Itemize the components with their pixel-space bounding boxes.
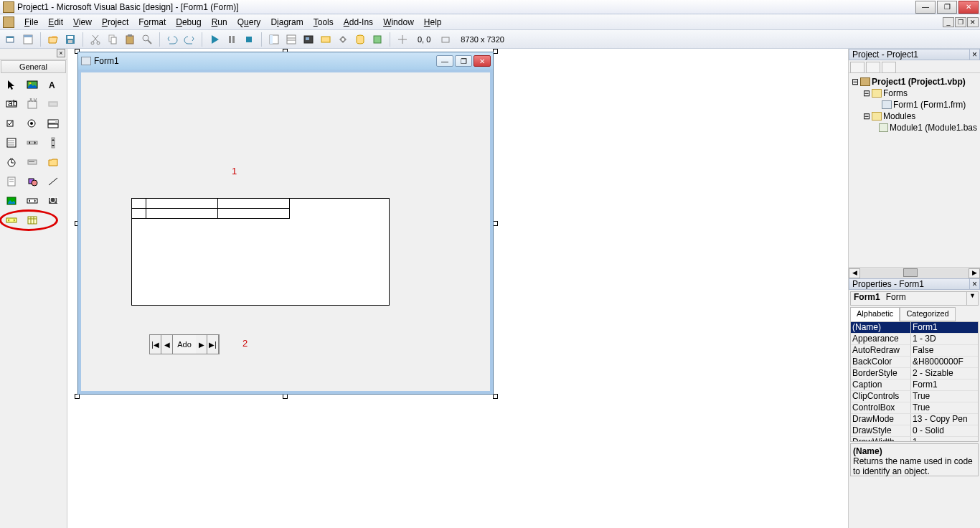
toolbox-close-icon[interactable]: ×: [57, 49, 65, 57]
ole-tool[interactable]: OLE: [43, 192, 63, 210]
start-button[interactable]: [207, 32, 222, 47]
project-explorer-button[interactable]: [266, 32, 282, 47]
form-designer[interactable]: Form1 — ❐ ✕ 1 |◀ ◀ Ado: [67, 49, 848, 528]
scroll-track[interactable]: [860, 268, 969, 278]
maximize-button[interactable]: ❐: [937, 1, 957, 14]
minimize-button[interactable]: —: [915, 1, 936, 14]
adodc-tool[interactable]: [1, 211, 22, 230]
tree-module-item[interactable]: Module1 (Module1.bas: [890, 122, 977, 133]
properties-window-button[interactable]: [283, 32, 299, 47]
project-tree[interactable]: ⊟Project1 (Project1.vbp) ⊟Forms Form1 (F…: [849, 73, 980, 267]
menu-query[interactable]: Query: [233, 16, 265, 29]
selection-handle[interactable]: [493, 49, 498, 54]
view-object-button[interactable]: [866, 62, 880, 73]
tree-form-item[interactable]: Form1 (Form1.frm): [893, 99, 966, 110]
object-dropdown-icon[interactable]: ▼: [966, 292, 978, 305]
copy-button[interactable]: [105, 32, 121, 47]
toolbox-button[interactable]: [335, 32, 351, 47]
menu-help[interactable]: Help: [420, 16, 446, 29]
form-minimize-button[interactable]: —: [436, 55, 453, 67]
tab-categorized[interactable]: Categorized: [900, 307, 955, 321]
property-value[interactable]: Form1: [911, 380, 978, 390]
property-row[interactable]: BackColor&H8000000F: [851, 357, 978, 368]
menu-addins[interactable]: Add-Ins: [339, 16, 377, 29]
break-button[interactable]: [224, 32, 240, 47]
component-button[interactable]: [369, 32, 385, 47]
form-close-button[interactable]: ✕: [473, 55, 491, 67]
property-value[interactable]: True: [911, 402, 978, 413]
form-window[interactable]: Form1 — ❐ ✕ 1 |◀ ◀ Ado: [77, 52, 494, 395]
vscrollbar-tool[interactable]: [43, 133, 63, 152]
form-maximize-button[interactable]: ❐: [455, 55, 472, 67]
commandbutton-tool[interactable]: [43, 95, 63, 113]
properties-close-icon[interactable]: ×: [969, 279, 979, 289]
dirlistbox-tool[interactable]: [43, 153, 63, 171]
combobox-tool[interactable]: [43, 114, 63, 133]
menu-file[interactable]: File: [20, 16, 42, 29]
property-value[interactable]: 2 - Sizable: [911, 368, 978, 379]
scroll-right-button[interactable]: ▶: [969, 268, 980, 278]
toggle-folders-button[interactable]: [882, 62, 896, 73]
ado-first-button[interactable]: |◀: [150, 335, 161, 354]
data-tool[interactable]: [22, 192, 42, 210]
open-button[interactable]: [45, 32, 61, 47]
pointer-tool[interactable]: [1, 75, 22, 94]
selection-handle[interactable]: [493, 394, 498, 399]
property-value[interactable]: Form1: [911, 322, 978, 333]
datagrid-control[interactable]: [131, 198, 390, 306]
property-value[interactable]: 1: [911, 437, 978, 442]
filelistbox-tool[interactable]: [1, 172, 22, 191]
property-row[interactable]: CaptionForm1: [851, 380, 978, 391]
find-button[interactable]: [139, 32, 155, 47]
modules-folder[interactable]: Modules: [883, 110, 915, 122]
property-row[interactable]: DrawMode13 - Copy Pen: [851, 414, 978, 425]
property-row[interactable]: DrawStyle0 - Solid: [851, 425, 978, 437]
close-button[interactable]: ✕: [958, 1, 979, 14]
mdi-close[interactable]: ✕: [967, 17, 979, 27]
property-value[interactable]: 1 - 3D: [911, 334, 978, 344]
property-value[interactable]: True: [911, 391, 978, 402]
hscrollbar-tool[interactable]: [22, 133, 42, 152]
property-row[interactable]: Appearance1 - 3D: [851, 334, 978, 345]
line-tool[interactable]: [43, 172, 63, 191]
properties-grid[interactable]: (Name)Form1Appearance1 - 3DAutoRedrawFal…: [850, 321, 979, 442]
menu-window[interactable]: Window: [379, 16, 418, 29]
forms-folder[interactable]: Forms: [883, 88, 908, 99]
label-tool[interactable]: A: [43, 75, 63, 94]
menu-tools[interactable]: Tools: [309, 16, 338, 29]
ado-last-button[interactable]: ▶|: [207, 335, 219, 354]
property-row[interactable]: DrawWidth1: [851, 437, 978, 442]
project-explorer-close-icon[interactable]: ×: [969, 50, 979, 60]
property-value[interactable]: False: [911, 345, 978, 356]
add-project-button[interactable]: [3, 32, 19, 47]
timer-tool[interactable]: [1, 153, 22, 171]
view-code-button[interactable]: [850, 62, 864, 73]
textbox-tool[interactable]: ab|: [1, 95, 22, 113]
property-row[interactable]: ClipControlsTrue: [851, 391, 978, 402]
ado-prev-button[interactable]: ◀: [161, 335, 173, 354]
form-layout-button[interactable]: [301, 32, 316, 47]
toolbox-tab-general[interactable]: General: [1, 60, 66, 73]
tab-alphabetic[interactable]: Alphabetic: [850, 307, 900, 321]
redo-button[interactable]: [182, 32, 197, 47]
undo-button[interactable]: [164, 32, 180, 47]
mdi-minimize[interactable]: _: [943, 17, 954, 27]
menu-project[interactable]: Project: [98, 16, 133, 29]
menu-diagram[interactable]: Diagram: [266, 16, 307, 29]
property-value[interactable]: 0 - Solid: [911, 425, 978, 436]
menu-format[interactable]: Format: [134, 16, 170, 29]
selection-handle[interactable]: [75, 394, 80, 399]
add-form-button[interactable]: [20, 32, 36, 47]
menu-run[interactable]: Run: [207, 16, 232, 29]
project-root[interactable]: Project1 (Project1.vbp): [872, 76, 966, 88]
object-browser-button[interactable]: [318, 32, 334, 47]
properties-object-selector[interactable]: Form1 Form ▼: [850, 291, 979, 306]
listbox-tool[interactable]: [1, 133, 22, 152]
project-hscroll[interactable]: ◀ ▶: [849, 267, 980, 278]
frame-tool[interactable]: xv: [22, 95, 42, 113]
end-button[interactable]: [241, 32, 257, 47]
property-row[interactable]: (Name)Form1: [851, 322, 978, 334]
paste-button[interactable]: [122, 32, 138, 47]
checkbox-tool[interactable]: [1, 114, 22, 133]
property-row[interactable]: AutoRedrawFalse: [851, 345, 978, 357]
